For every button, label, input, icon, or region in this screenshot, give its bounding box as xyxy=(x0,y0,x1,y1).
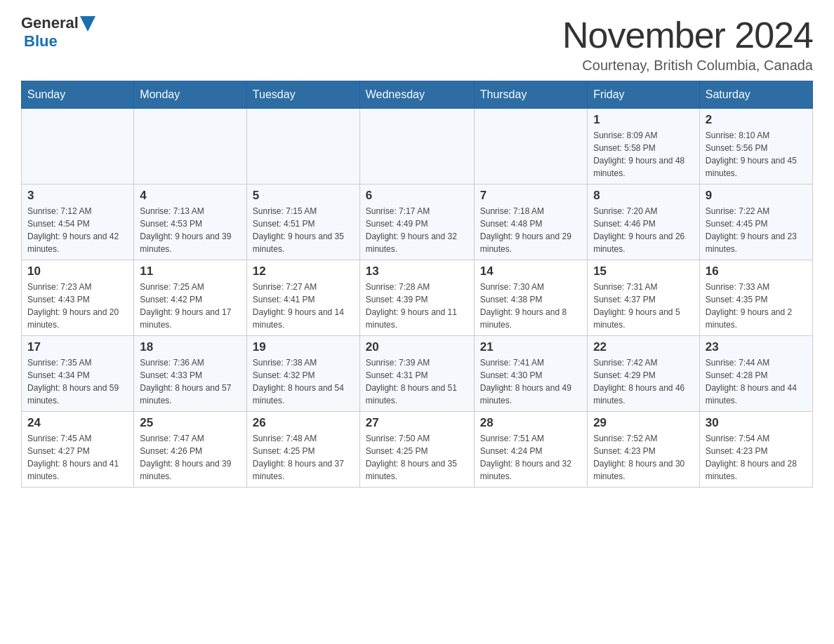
table-row: 8Sunrise: 7:20 AMSunset: 4:46 PMDaylight… xyxy=(588,185,700,260)
table-row: 6Sunrise: 7:17 AMSunset: 4:49 PMDaylight… xyxy=(359,185,474,260)
day-info: Sunrise: 7:42 AMSunset: 4:29 PMDaylight:… xyxy=(593,356,694,407)
col-sunday: Sunday xyxy=(22,81,134,109)
table-row: 17Sunrise: 7:35 AMSunset: 4:34 PMDayligh… xyxy=(22,336,134,412)
col-thursday: Thursday xyxy=(474,81,587,109)
day-number: 4 xyxy=(140,189,241,203)
day-info: Sunrise: 7:48 AMSunset: 4:25 PMDaylight:… xyxy=(253,432,354,483)
day-number: 11 xyxy=(140,264,241,279)
table-row: 5Sunrise: 7:15 AMSunset: 4:51 PMDaylight… xyxy=(246,185,359,260)
day-number: 18 xyxy=(140,340,241,354)
day-info: Sunrise: 7:15 AMSunset: 4:51 PMDaylight:… xyxy=(253,205,354,255)
day-info: Sunrise: 7:22 AMSunset: 4:45 PMDaylight:… xyxy=(706,205,807,255)
day-info: Sunrise: 7:31 AMSunset: 4:37 PMDaylight:… xyxy=(593,281,694,331)
calendar-header-row: Sunday Monday Tuesday Wednesday Thursday… xyxy=(22,81,813,109)
day-info: Sunrise: 7:28 AMSunset: 4:39 PMDaylight:… xyxy=(366,281,468,331)
table-row: 3Sunrise: 7:12 AMSunset: 4:54 PMDaylight… xyxy=(22,185,134,260)
day-info: Sunrise: 7:41 AMSunset: 4:30 PMDaylight:… xyxy=(480,356,581,407)
day-info: Sunrise: 7:18 AMSunset: 4:48 PMDaylight:… xyxy=(480,205,581,255)
table-row: 4Sunrise: 7:13 AMSunset: 4:53 PMDaylight… xyxy=(134,185,247,260)
day-number: 2 xyxy=(706,113,807,127)
table-row: 16Sunrise: 7:33 AMSunset: 4:35 PMDayligh… xyxy=(699,260,812,336)
day-number: 3 xyxy=(27,189,128,203)
title-block: November 2024 Courtenay, British Columbi… xyxy=(562,14,813,74)
table-row: 18Sunrise: 7:36 AMSunset: 4:33 PMDayligh… xyxy=(134,336,247,412)
logo-blue-text: Blue xyxy=(24,32,58,50)
day-info: Sunrise: 7:39 AMSunset: 4:31 PMDaylight:… xyxy=(366,356,468,407)
day-number: 30 xyxy=(706,416,807,430)
day-number: 29 xyxy=(593,416,694,430)
table-row: 12Sunrise: 7:27 AMSunset: 4:41 PMDayligh… xyxy=(246,260,359,336)
col-monday: Monday xyxy=(134,81,247,109)
day-number: 5 xyxy=(253,189,354,203)
day-info: Sunrise: 7:54 AMSunset: 4:23 PMDaylight:… xyxy=(706,432,807,483)
logo: General Blue xyxy=(21,14,95,51)
calendar-table: Sunday Monday Tuesday Wednesday Thursday… xyxy=(21,81,813,488)
day-number: 19 xyxy=(253,340,354,354)
day-number: 17 xyxy=(27,340,128,354)
table-row: 19Sunrise: 7:38 AMSunset: 4:32 PMDayligh… xyxy=(246,336,359,412)
table-row: 24Sunrise: 7:45 AMSunset: 4:27 PMDayligh… xyxy=(22,412,134,488)
day-info: Sunrise: 7:25 AMSunset: 4:42 PMDaylight:… xyxy=(140,281,241,331)
day-number: 26 xyxy=(253,416,354,430)
table-row xyxy=(359,109,474,185)
day-info: Sunrise: 7:36 AMSunset: 4:33 PMDaylight:… xyxy=(140,356,241,407)
day-number: 23 xyxy=(706,340,807,354)
table-row: 22Sunrise: 7:42 AMSunset: 4:29 PMDayligh… xyxy=(588,336,700,412)
table-row: 10Sunrise: 7:23 AMSunset: 4:43 PMDayligh… xyxy=(22,260,134,336)
day-info: Sunrise: 7:35 AMSunset: 4:34 PMDaylight:… xyxy=(27,356,128,407)
month-title: November 2024 xyxy=(562,14,813,56)
table-row: 9Sunrise: 7:22 AMSunset: 4:45 PMDaylight… xyxy=(699,185,812,260)
table-row xyxy=(474,109,587,185)
table-row: 30Sunrise: 7:54 AMSunset: 4:23 PMDayligh… xyxy=(699,412,812,488)
table-row xyxy=(22,109,134,185)
day-number: 8 xyxy=(593,189,694,203)
col-friday: Friday xyxy=(588,81,700,109)
table-row: 28Sunrise: 7:51 AMSunset: 4:24 PMDayligh… xyxy=(474,412,587,488)
day-number: 7 xyxy=(480,189,581,203)
svg-marker-0 xyxy=(80,16,95,32)
day-number: 9 xyxy=(706,189,807,203)
location-subtitle: Courtenay, British Columbia, Canada xyxy=(562,58,813,74)
day-info: Sunrise: 8:09 AMSunset: 5:58 PMDaylight:… xyxy=(593,129,694,180)
day-number: 1 xyxy=(593,113,694,127)
day-info: Sunrise: 7:44 AMSunset: 4:28 PMDaylight:… xyxy=(706,356,807,407)
table-row: 1Sunrise: 8:09 AMSunset: 5:58 PMDaylight… xyxy=(588,109,700,185)
day-info: Sunrise: 7:50 AMSunset: 4:25 PMDaylight:… xyxy=(366,432,468,483)
table-row: 29Sunrise: 7:52 AMSunset: 4:23 PMDayligh… xyxy=(588,412,700,488)
table-row: 21Sunrise: 7:41 AMSunset: 4:30 PMDayligh… xyxy=(474,336,587,412)
day-info: Sunrise: 7:51 AMSunset: 4:24 PMDaylight:… xyxy=(480,432,581,483)
day-info: Sunrise: 7:23 AMSunset: 4:43 PMDaylight:… xyxy=(27,281,128,331)
day-info: Sunrise: 7:45 AMSunset: 4:27 PMDaylight:… xyxy=(27,432,128,483)
day-number: 16 xyxy=(706,264,807,279)
page-header: General Blue November 2024 Courtenay, Br… xyxy=(21,14,813,74)
day-info: Sunrise: 7:38 AMSunset: 4:32 PMDaylight:… xyxy=(253,356,354,407)
table-row: 2Sunrise: 8:10 AMSunset: 5:56 PMDaylight… xyxy=(699,109,812,185)
day-number: 15 xyxy=(593,264,694,279)
day-number: 12 xyxy=(253,264,354,279)
day-number: 20 xyxy=(366,340,468,354)
day-info: Sunrise: 7:20 AMSunset: 4:46 PMDaylight:… xyxy=(593,205,694,255)
day-info: Sunrise: 8:10 AMSunset: 5:56 PMDaylight:… xyxy=(706,129,807,180)
day-info: Sunrise: 7:27 AMSunset: 4:41 PMDaylight:… xyxy=(253,281,354,331)
calendar-week-row: 1Sunrise: 8:09 AMSunset: 5:58 PMDaylight… xyxy=(22,109,813,185)
day-number: 27 xyxy=(366,416,468,430)
day-info: Sunrise: 7:52 AMSunset: 4:23 PMDaylight:… xyxy=(593,432,694,483)
table-row: 23Sunrise: 7:44 AMSunset: 4:28 PMDayligh… xyxy=(699,336,812,412)
logo-general-text: General xyxy=(21,14,79,32)
table-row: 26Sunrise: 7:48 AMSunset: 4:25 PMDayligh… xyxy=(246,412,359,488)
col-tuesday: Tuesday xyxy=(246,81,359,109)
day-info: Sunrise: 7:12 AMSunset: 4:54 PMDaylight:… xyxy=(27,205,128,255)
day-number: 14 xyxy=(480,264,581,279)
day-number: 25 xyxy=(140,416,241,430)
table-row: 11Sunrise: 7:25 AMSunset: 4:42 PMDayligh… xyxy=(134,260,247,336)
table-row xyxy=(246,109,359,185)
day-number: 24 xyxy=(27,416,128,430)
day-info: Sunrise: 7:47 AMSunset: 4:26 PMDaylight:… xyxy=(140,432,241,483)
day-number: 22 xyxy=(593,340,694,354)
calendar-week-row: 10Sunrise: 7:23 AMSunset: 4:43 PMDayligh… xyxy=(22,260,813,336)
day-number: 13 xyxy=(366,264,468,279)
table-row: 20Sunrise: 7:39 AMSunset: 4:31 PMDayligh… xyxy=(359,336,474,412)
col-saturday: Saturday xyxy=(699,81,812,109)
table-row: 13Sunrise: 7:28 AMSunset: 4:39 PMDayligh… xyxy=(359,260,474,336)
table-row: 14Sunrise: 7:30 AMSunset: 4:38 PMDayligh… xyxy=(474,260,587,336)
